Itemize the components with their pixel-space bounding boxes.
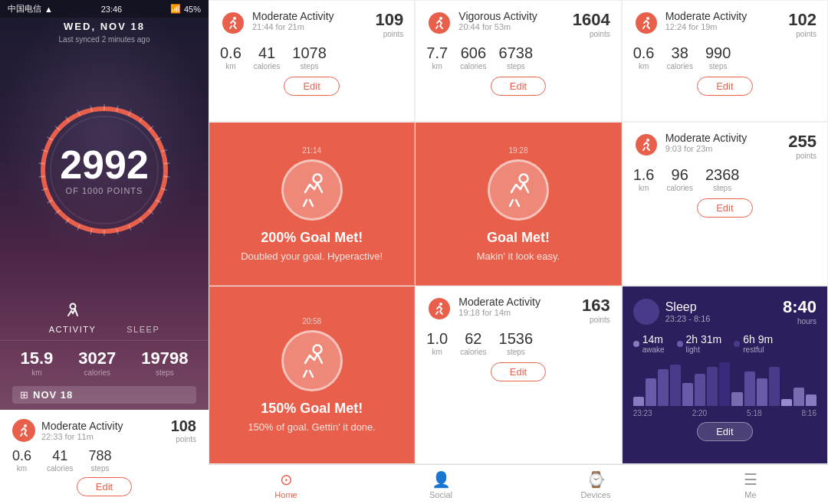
sleep-restful: 6h 9m restful	[734, 333, 773, 354]
card-8-points-label: points	[582, 316, 610, 324]
light-label: light	[686, 345, 722, 354]
card-6-cal-val: 96	[666, 166, 692, 184]
card-1-points-label: points	[376, 30, 404, 38]
card-2-km: 7.7 km	[426, 44, 448, 70]
activity-grid: Moderate Activity 21:44 for 21m 109 poin…	[209, 0, 828, 464]
left-activity-points: 108	[171, 417, 196, 435]
card-6-points-val: 255	[788, 132, 816, 152]
moon-icon	[639, 305, 653, 319]
left-activity-icon	[12, 419, 35, 442]
sleep-edit-btn[interactable]: Edit	[697, 422, 752, 441]
card-8-km-val: 1.0	[426, 330, 448, 348]
stats-row: 15.9 km 3027 calories 19798 steps	[0, 340, 209, 383]
tab-activity[interactable]: ACTIVITY	[49, 300, 97, 334]
stat-steps-value: 19798	[141, 349, 188, 368]
status-bar-right: 📶 45%	[170, 4, 201, 14]
goal-3-runner-icon	[293, 342, 331, 380]
card-1-steps-val: 1078	[292, 44, 327, 62]
card-8-points: 163 points	[582, 296, 610, 324]
nav-devices[interactable]: ⌚ Devices	[518, 466, 673, 504]
activity-ring: // Will be rendered below	[28, 93, 181, 247]
time-display: 23:46	[101, 5, 123, 14]
card-8-time: 19:18 for 14m	[458, 308, 576, 317]
awake-dot	[633, 341, 639, 347]
card-3-title: Moderate Activity	[665, 10, 783, 22]
nav-tabs: ACTIVITY SLEEP	[0, 293, 209, 340]
signal-icon: 📶	[170, 4, 181, 14]
card-2-title: Vigorous Activity	[458, 10, 566, 22]
left-metric-km: 0.6 km	[12, 448, 31, 473]
card-3: Moderate Activity 12:24 for 19m 102 poin…	[622, 0, 828, 122]
devices-icon: ⌚	[586, 470, 606, 489]
nav-devices-label: Devices	[580, 490, 610, 499]
goal-1-title: 200% Goal Met!	[261, 230, 363, 246]
stat-calories: 3027 calories	[78, 349, 116, 377]
tab-sleep[interactable]: SLEEP	[127, 300, 159, 334]
card-1: Moderate Activity 21:44 for 21m 109 poin…	[209, 0, 415, 122]
card-8-title-group: Moderate Activity 19:18 for 14m	[458, 296, 576, 317]
sleep-bar-7	[707, 367, 718, 406]
svg-point-42	[439, 303, 442, 306]
goal-3-subtitle: 150% of goal. Gettin' it done.	[248, 421, 376, 433]
card-6-steps-val: 2368	[705, 166, 740, 184]
card-3-edit-btn[interactable]: Edit	[697, 77, 752, 96]
card-1-steps-unit: steps	[292, 62, 327, 70]
calendar-icon: ⊞	[20, 389, 28, 401]
svg-point-2	[51, 116, 158, 224]
card-2-edit-btn[interactable]: Edit	[491, 77, 546, 96]
left-edit-button[interactable]: Edit	[77, 477, 132, 496]
nav-social[interactable]: 👤 Social	[363, 466, 518, 504]
card-6-title-group: Moderate Activity 9:03 for 23m	[665, 132, 783, 153]
restful-val: 6h 9m	[743, 333, 773, 345]
stat-calories-value: 3027	[78, 349, 116, 368]
card-6-steps-unit: steps	[705, 184, 740, 192]
card-8-runner-icon	[432, 302, 446, 316]
sleep-time-2: 2:20	[692, 409, 707, 417]
card-3-steps-unit: steps	[705, 62, 731, 70]
goal-card-2: 19:28 Goal Met! Makin' it look easy.	[415, 122, 621, 286]
card-6-title: Moderate Activity	[665, 132, 783, 144]
sleep-bar-3	[658, 369, 669, 406]
card-3-metrics: 0.6 km 38 calories 990 steps	[633, 44, 816, 70]
card-8-metrics: 1.0 km 62 calories 1536 steps	[426, 330, 610, 356]
card-2-metrics: 7.7 km 606 calories 6738 steps	[426, 44, 610, 70]
goal-2-subtitle: Makin' it look easy.	[477, 250, 560, 262]
card-1-points: 109 points	[376, 10, 404, 38]
sleep-metrics: 14m awake 2h 31m light 6h 9m restful	[633, 333, 816, 354]
nav-me[interactable]: ☰ Me	[673, 466, 828, 504]
card-2-km-unit: km	[426, 62, 448, 70]
card-6-cal: 96 calories	[666, 166, 692, 192]
nav-home[interactable]: ⊙ Home	[209, 466, 363, 504]
restful-label: restful	[743, 345, 773, 354]
carrier-text: 中国电信	[8, 3, 41, 15]
card-2-points-val: 1604	[573, 10, 610, 30]
sleep-hours-label: hours	[783, 317, 816, 326]
light-dot	[677, 341, 683, 347]
card-1-metrics: 0.6 km 41 calories 1078 steps	[220, 44, 403, 70]
sleep-bar-5	[682, 383, 693, 406]
card-6-runner-icon	[639, 138, 653, 152]
svg-line-26	[38, 163, 44, 164]
sleep-bar-10	[744, 371, 755, 406]
card-6-edit-btn[interactable]: Edit	[697, 198, 752, 218]
svg-point-1	[43, 109, 166, 231]
card-2-points-label: points	[573, 30, 610, 38]
sleep-bar-13	[781, 399, 792, 406]
goal-1-runner-icon	[293, 171, 331, 209]
awake-val: 14m	[642, 333, 665, 345]
card-8-edit-btn[interactable]: Edit	[491, 362, 546, 381]
card-3-header: Moderate Activity 12:24 for 19m 102 poin…	[633, 10, 816, 38]
status-bar-left: 中国电信 ▲	[8, 3, 53, 15]
goal-1-time: 21:14	[302, 146, 321, 155]
goal-card-3: 20:58 150% Goal Met! 150% of goal. Getti…	[209, 286, 415, 464]
left-metric-km-val: 0.6	[12, 448, 31, 464]
card-1-edit-btn[interactable]: Edit	[284, 77, 339, 96]
status-bar: 中国电信 ▲ 23:46 📶 45%	[0, 0, 209, 18]
card-1-cal-unit: calories	[254, 62, 280, 70]
stat-km-unit: km	[21, 368, 54, 377]
svg-line-25	[38, 176, 44, 177]
sleep-title: Sleep	[665, 300, 777, 314]
left-activity-time: 22:33 for 11m	[41, 432, 165, 441]
sleep-hours-val: 8:40	[783, 297, 816, 317]
main-content: Moderate Activity 21:44 for 21m 109 poin…	[209, 0, 828, 504]
